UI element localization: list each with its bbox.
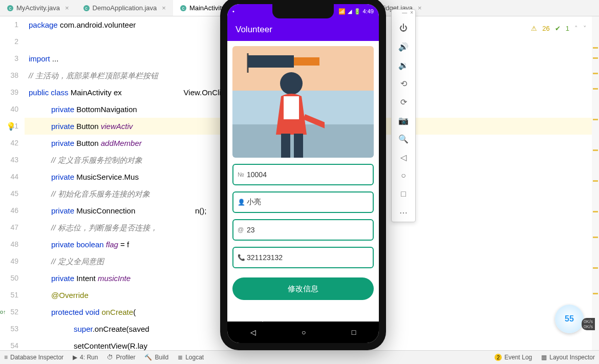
emulator-screen[interactable]: • 📶 ◢ 🔋 4:49 Volunteer [227,4,379,343]
id-value: 10004 [247,170,267,179]
rotate-left-icon[interactable]: ⟲ [392,74,415,93]
name-value: 小亮 [247,198,261,207]
battery-icon: 🔋 [354,8,361,15]
event-log-button[interactable]: 2Event Log [495,354,532,361]
power-icon[interactable]: ⏻ [392,19,415,37]
rotate-right-icon[interactable]: ⟳ [392,93,415,111]
fps-overlay: 55 [555,305,584,333]
home-icon[interactable]: ○ [392,166,415,185]
nav-home-icon[interactable]: ○ [302,328,306,336]
tab-myactivity[interactable]: cMyActivity.java× [0,0,76,16]
nav-back-icon[interactable]: ◁ [250,328,256,336]
app-title: Volunteer [236,25,272,35]
back-icon[interactable]: ◁ [392,148,415,166]
status-time: 4:49 [363,8,374,14]
volume-down-icon[interactable]: 🔉 [392,56,415,74]
svg-point-3 [280,72,303,95]
close-icon[interactable]: × [410,10,413,19]
svg-rect-4 [281,134,290,158]
run-tool-button[interactable]: ▶ 4: Run [73,354,98,361]
signal-icon: ◢ [348,8,352,15]
mouse-cursor: ↖ [258,315,264,324]
zoom-icon[interactable]: 🔍 [392,130,415,148]
check-icon: ✔ [555,25,561,32]
svg-rect-5 [294,134,303,158]
android-emulator: • 📶 ◢ 🔋 4:49 Volunteer [220,0,386,350]
number-icon: № [238,171,245,178]
phone-field[interactable]: 📞321123132 [232,247,374,268]
overview-icon[interactable]: □ [392,185,415,203]
person-icon: 👤 [238,199,245,206]
net-overlay: 0K/s0K/s [582,318,595,330]
warning-count: 26 [542,25,549,32]
android-navbar: ◁ ○ □ [227,322,379,343]
wifi-icon: 📶 [338,8,346,15]
nav-recent-icon[interactable]: □ [352,328,356,336]
device-notch [272,4,334,18]
close-icon[interactable]: × [162,4,166,12]
emulator-toolbar: ― × ⏻ 🔊 🔉 ⟲ ⟳ 📷 🔍 ◁ ○ □ ⋯ [391,9,416,222]
logcat-button[interactable]: ≣ Logcat [178,354,204,361]
svg-rect-1 [248,55,294,68]
close-icon[interactable]: × [65,4,69,12]
error-stripe[interactable] [592,16,599,350]
profiler-button[interactable]: ⏱ Profiler [107,354,135,361]
phone-value: 321123132 [247,253,283,262]
ide-statusbar: ≡ Database Inspector ▶ 4: Run ⏱ Profiler… [0,350,599,364]
camera-icon[interactable]: 📷 [392,111,415,130]
app-bar: Volunteer [227,18,379,41]
phone-icon: 📞 [238,254,245,261]
id-field[interactable]: №10004 [232,164,374,185]
status-left: • [232,8,234,14]
age-field[interactable]: @23 [232,219,374,241]
line-gutter: 1233839404142434445464748495051525354 [0,16,25,350]
warning-icon: ⚠ [531,25,537,32]
hero-illustration [232,46,374,158]
name-field[interactable]: 👤小亮 [232,191,374,213]
layout-inspector-button[interactable]: ▦ Layout Inspector [541,354,595,361]
close-icon[interactable]: × [418,4,422,12]
build-button[interactable]: 🔨 Build [144,354,168,361]
svg-rect-2 [294,57,319,66]
tab-demoapplication[interactable]: cDemoApplication.java× [76,0,173,16]
age-value: 23 [247,226,255,234]
chevron-up-icon[interactable]: ˄ [574,25,578,32]
chevron-down-icon[interactable]: ˅ [583,25,587,32]
volume-up-icon[interactable]: 🔊 [392,37,415,56]
submit-button[interactable]: 修改信息 [232,277,374,300]
inspection-summary[interactable]: ⚠26 ✔1 ˄ ˅ [531,25,587,32]
minimize-icon[interactable]: ― [402,10,407,19]
at-icon: @ [238,226,245,233]
more-icon[interactable]: ⋯ [392,203,415,222]
passed-count: 1 [566,25,569,32]
database-inspector-button[interactable]: ≡ Database Inspector [4,354,63,361]
